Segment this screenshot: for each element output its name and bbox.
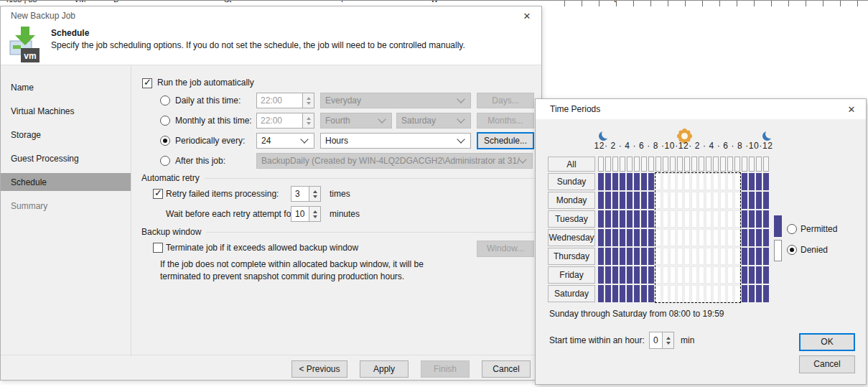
close-icon[interactable]: ✕ (837, 104, 866, 115)
grid-cell[interactable] (648, 229, 654, 246)
cancel-button[interactable]: Cancel (482, 360, 531, 378)
sidebar-item-storage[interactable]: Storage (1, 123, 131, 146)
grid-cell[interactable] (756, 248, 762, 265)
daily-time-input[interactable]: 22:00 (256, 93, 314, 108)
sidebar-item-guest-processing[interactable]: Guest Processing (1, 146, 131, 170)
grid-cell[interactable] (749, 285, 755, 302)
grid-cell[interactable] (756, 192, 762, 209)
grid-cell[interactable] (734, 266, 740, 284)
grid-cell[interactable] (742, 173, 747, 190)
grid-cell[interactable] (742, 285, 747, 302)
grid-cell[interactable] (648, 173, 654, 190)
grid-cell[interactable] (699, 192, 704, 209)
grid-cell[interactable] (720, 229, 726, 246)
grid-day-button-saturday[interactable]: Saturday (548, 285, 595, 302)
grid-cell[interactable] (706, 285, 711, 302)
grid-cell[interactable] (713, 266, 719, 284)
grid-cell[interactable] (742, 192, 747, 209)
grid-cell[interactable] (713, 210, 719, 228)
grid-cell[interactable] (727, 210, 733, 228)
grid-cell[interactable] (691, 192, 697, 209)
grid-cell[interactable] (727, 192, 733, 209)
grid-cell[interactable] (605, 210, 611, 228)
grid-cell[interactable] (742, 229, 747, 246)
grid-cell[interactable] (620, 266, 625, 284)
grid-cell[interactable] (742, 266, 747, 284)
grid-cell[interactable] (605, 229, 611, 246)
grid-cell[interactable] (620, 248, 625, 265)
grid-cell[interactable] (641, 266, 647, 284)
dialog-titlebar[interactable]: New Backup Job ✕ (1, 6, 541, 25)
grid-cell[interactable] (612, 285, 618, 302)
grid-cell[interactable] (655, 266, 661, 284)
grid-cell[interactable] (612, 192, 618, 209)
grid-cell[interactable] (756, 285, 762, 302)
grid-cell[interactable] (756, 173, 762, 190)
grid-cell[interactable] (663, 210, 668, 228)
grid-day-button-sunday[interactable]: Sunday (548, 173, 595, 190)
grid-cell[interactable] (670, 248, 676, 265)
grid-cell[interactable] (612, 210, 618, 228)
grid-cell[interactable] (763, 210, 769, 228)
grid-cell[interactable] (605, 192, 611, 209)
hour-tick[interactable] (605, 157, 611, 172)
grid-cell[interactable] (684, 266, 690, 284)
grid-all-button[interactable]: All (548, 157, 595, 172)
hour-tick[interactable] (648, 157, 654, 172)
grid-cell[interactable] (677, 173, 683, 190)
grid-cell[interactable] (620, 285, 625, 302)
grid-cell[interactable] (713, 285, 719, 302)
hour-tick[interactable] (641, 157, 647, 172)
grid-cell[interactable] (727, 285, 733, 302)
grid-cell[interactable] (598, 266, 604, 284)
grid-cell[interactable] (734, 248, 740, 265)
hour-tick[interactable] (598, 157, 604, 172)
grid-cell[interactable] (691, 248, 697, 265)
grid-cell[interactable] (627, 173, 633, 190)
grid-cells[interactable] (598, 157, 769, 302)
monthly-time-input[interactable]: 22:00 (256, 113, 314, 129)
grid-cell[interactable] (699, 266, 704, 284)
grid-cell[interactable] (655, 210, 661, 228)
grid-cell[interactable] (663, 229, 668, 246)
grid-cell[interactable] (684, 192, 690, 209)
grid-cell[interactable] (720, 210, 726, 228)
grid-cell[interactable] (670, 210, 676, 228)
grid-cell[interactable] (605, 173, 611, 190)
dialog-titlebar[interactable]: Time Periods ✕ (536, 99, 866, 119)
hour-tick[interactable] (713, 157, 719, 172)
grid-cell[interactable] (648, 285, 654, 302)
grid-cell[interactable] (620, 210, 625, 228)
hour-tick[interactable] (763, 157, 769, 172)
grid-cell[interactable] (627, 229, 633, 246)
grid-cell[interactable] (663, 266, 668, 284)
grid-cell[interactable] (742, 248, 747, 265)
grid-cell[interactable] (734, 173, 740, 190)
grid-cell[interactable] (655, 248, 661, 265)
grid-cell[interactable] (612, 229, 618, 246)
grid-cell[interactable] (634, 229, 640, 246)
grid-cell[interactable] (648, 192, 654, 209)
grid-cell[interactable] (677, 248, 683, 265)
grid-cell[interactable] (677, 266, 683, 284)
denied-radio[interactable] (787, 245, 797, 255)
grid-cell[interactable] (598, 229, 604, 246)
grid-cell[interactable] (706, 192, 711, 209)
grid-cell[interactable] (641, 210, 647, 228)
grid-cell[interactable] (663, 285, 668, 302)
grid-cell[interactable] (634, 173, 640, 190)
hour-tick[interactable] (706, 157, 711, 172)
grid-cell[interactable] (634, 266, 640, 284)
grid-cell[interactable] (720, 173, 726, 190)
wait-minutes-spinner[interactable] (309, 207, 320, 221)
grid-cell[interactable] (763, 266, 769, 284)
grid-cell[interactable] (699, 229, 704, 246)
close-icon[interactable]: ✕ (513, 11, 541, 22)
sidebar-item-name[interactable]: Name (1, 75, 131, 99)
grid-cell[interactable] (641, 229, 647, 246)
grid-cell[interactable] (641, 192, 647, 209)
hour-tick[interactable] (670, 157, 676, 172)
grid-cell[interactable] (699, 285, 704, 302)
sidebar-item-virtual-machines[interactable]: Virtual Machines (1, 99, 131, 123)
grid-cell[interactable] (763, 285, 769, 302)
